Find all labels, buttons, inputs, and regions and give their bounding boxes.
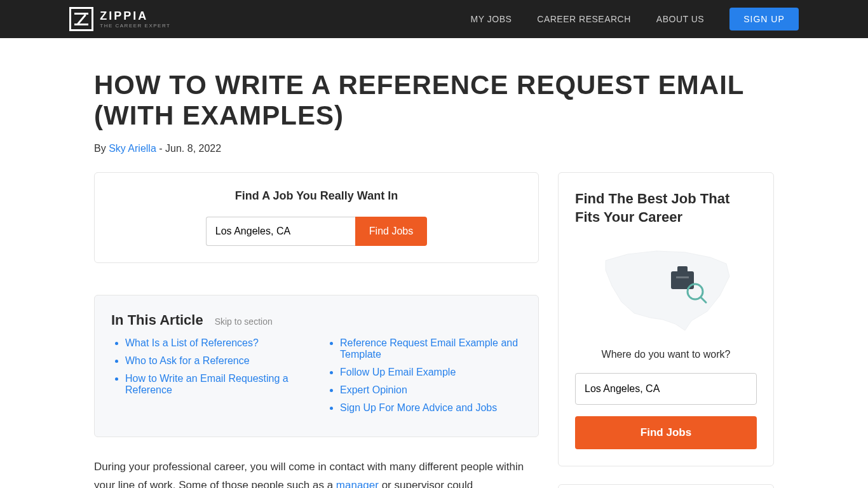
find-job-title: Find A Job You Really Want In <box>111 189 522 203</box>
sidebar-question: Where do you want to work? <box>575 349 757 360</box>
toc-left-list: What Is a List of References? Who to Ask… <box>111 337 307 420</box>
toc-title: In This Article <box>111 312 203 329</box>
sidebar-find-jobs-button[interactable]: Find Jobs <box>575 416 757 449</box>
toc-right-list: Reference Request Email Example and Temp… <box>326 337 522 420</box>
toc-link[interactable]: How to Write an Email Requesting a Refer… <box>125 373 288 395</box>
toc-link[interactable]: Expert Opinion <box>340 384 407 395</box>
primary-nav: MY JOBS CAREER RESEARCH ABOUT US SIGN UP <box>471 8 799 30</box>
article-title: HOW TO WRITE A REFERENCE REQUEST EMAIL (… <box>94 70 774 132</box>
toc-link[interactable]: What Is a List of References? <box>125 337 259 348</box>
site-header: ZIPPIA THE CAREER EXPERT MY JOBS CAREER … <box>0 0 868 38</box>
svg-rect-2 <box>676 276 689 278</box>
find-jobs-button[interactable]: Find Jobs <box>355 217 427 246</box>
find-job-card: Find A Job You Really Want In Find Jobs <box>94 172 539 263</box>
byline: By Sky Ariella - Jun. 8, 2022 <box>94 143 774 154</box>
by-prefix: By <box>94 143 109 154</box>
toc-card: In This Article Skip to section What Is … <box>94 295 539 437</box>
recent-searches-card: Recent Job Searches <box>558 484 774 488</box>
date-sep: - <box>156 143 165 154</box>
sidebar-location-input[interactable] <box>575 373 757 405</box>
nav-career-research[interactable]: CAREER RESEARCH <box>537 14 631 24</box>
best-job-card: Find The Best Job That Fits Your Career … <box>558 172 774 466</box>
logo-icon <box>69 7 93 31</box>
author-link[interactable]: Sky Ariella <box>109 143 156 154</box>
best-job-title: Find The Best Job That Fits Your Career <box>575 189 757 227</box>
brand-tagline: THE CAREER EXPERT <box>100 23 170 29</box>
toc-skip-label: Skip to section <box>215 316 273 327</box>
sidebar: Find The Best Job That Fits Your Career … <box>558 154 774 488</box>
main-column: Find A Job You Really Want In Find Jobs … <box>94 154 539 488</box>
manager-link[interactable]: manager <box>336 479 379 488</box>
svg-rect-1 <box>677 266 688 273</box>
nav-my-jobs[interactable]: MY JOBS <box>471 14 512 24</box>
toc-link[interactable]: Reference Request Email Example and Temp… <box>340 337 518 360</box>
toc-link[interactable]: Follow Up Email Example <box>340 367 456 377</box>
toc-link[interactable]: Who to Ask for a Reference <box>125 355 250 366</box>
signup-button[interactable]: SIGN UP <box>729 8 799 30</box>
find-job-search: Find Jobs <box>111 217 522 246</box>
toc-link[interactable]: Sign Up For More Advice and Jobs <box>340 402 497 413</box>
map-illustration <box>575 238 757 334</box>
article-date: Jun. 8, 2022 <box>165 143 221 154</box>
logo[interactable]: ZIPPIA THE CAREER EXPERT <box>69 7 170 31</box>
nav-about-us[interactable]: ABOUT US <box>656 14 704 24</box>
brand-name: ZIPPIA <box>100 10 170 22</box>
usa-map-icon <box>596 238 736 334</box>
article-intro: During your professional career, you wil… <box>94 458 539 488</box>
location-input[interactable] <box>206 217 355 246</box>
